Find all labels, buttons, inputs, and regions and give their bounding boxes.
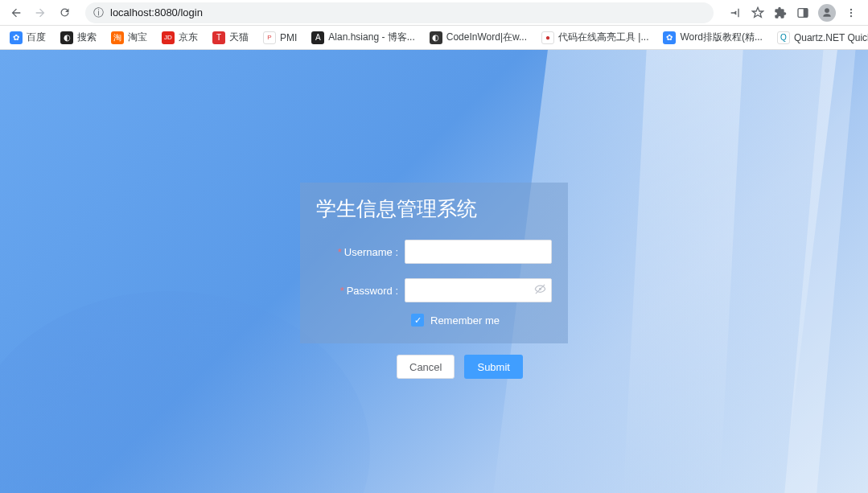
required-icon: *	[338, 246, 342, 258]
bookmark-jd[interactable]: JD京东	[162, 31, 198, 44]
bookmark-word[interactable]: ✿Word排版教程(精...	[663, 31, 762, 44]
button-row: Cancel Submit	[397, 355, 523, 379]
star-icon[interactable]	[751, 6, 765, 20]
back-button[interactable]	[6, 3, 26, 23]
svg-point-2	[850, 8, 852, 10]
address-bar[interactable]: ⓘ localhost:8080/login	[85, 2, 714, 23]
toolbar-right	[725, 4, 862, 22]
username-input[interactable]	[405, 240, 552, 264]
extensions-icon[interactable]	[773, 6, 788, 20]
bookmark-quartz[interactable]: QQuartz.NET Quick...	[777, 31, 868, 44]
password-row: *Password :	[316, 278, 552, 302]
cancel-button[interactable]: Cancel	[397, 355, 455, 379]
profile-avatar[interactable]	[818, 4, 836, 22]
required-icon: *	[340, 285, 344, 297]
remember-row: ✓ Remember me	[316, 314, 552, 327]
password-input[interactable]	[405, 278, 552, 302]
password-label: *Password :	[316, 285, 405, 297]
url-text: localhost:8080/login	[110, 6, 203, 18]
bookmark-alan[interactable]: AAlan.hsiang - 博客...	[311, 31, 414, 44]
bookmark-highlight[interactable]: ●代码在线高亮工具 |...	[541, 31, 648, 44]
bookmarks-bar: ✿百度 ◐搜索 淘淘宝 JD京东 T天猫 PPMI AAlan.hsiang -…	[0, 26, 868, 50]
site-info-icon[interactable]: ⓘ	[93, 6, 104, 20]
bookmark-taobao[interactable]: 淘淘宝	[111, 31, 147, 44]
remember-label: Remember me	[430, 314, 500, 327]
bookmark-baidu[interactable]: ✿百度	[10, 31, 46, 44]
menu-icon[interactable]	[844, 6, 858, 20]
panel-icon[interactable]	[796, 6, 810, 20]
bookmark-codeinword[interactable]: ◐CodeInWord|在w...	[430, 31, 527, 44]
page-content: 学生信息管理系统 *Username : *Password : ✓ Remem…	[0, 50, 868, 493]
browser-toolbar: ⓘ localhost:8080/login	[0, 0, 868, 26]
svg-point-3	[850, 11, 852, 13]
bookmark-search[interactable]: ◐搜索	[60, 31, 97, 44]
reload-button[interactable]	[55, 3, 74, 23]
password-visibility-toggle-icon[interactable]	[534, 283, 546, 298]
bookmark-pmi[interactable]: PPMI	[263, 31, 297, 44]
page-title: 学生信息管理系统	[316, 195, 552, 222]
username-label: *Username :	[316, 246, 405, 258]
forward-button[interactable]	[31, 3, 50, 23]
submit-button[interactable]: Submit	[464, 355, 522, 379]
svg-rect-1	[804, 8, 808, 17]
remember-checkbox[interactable]: ✓	[411, 314, 424, 327]
bookmark-tmall[interactable]: T天猫	[212, 31, 249, 44]
svg-point-4	[850, 14, 852, 16]
login-panel: 学生信息管理系统 *Username : *Password : ✓ Remem…	[300, 183, 568, 343]
share-icon[interactable]	[728, 6, 743, 20]
username-row: *Username :	[316, 240, 552, 264]
